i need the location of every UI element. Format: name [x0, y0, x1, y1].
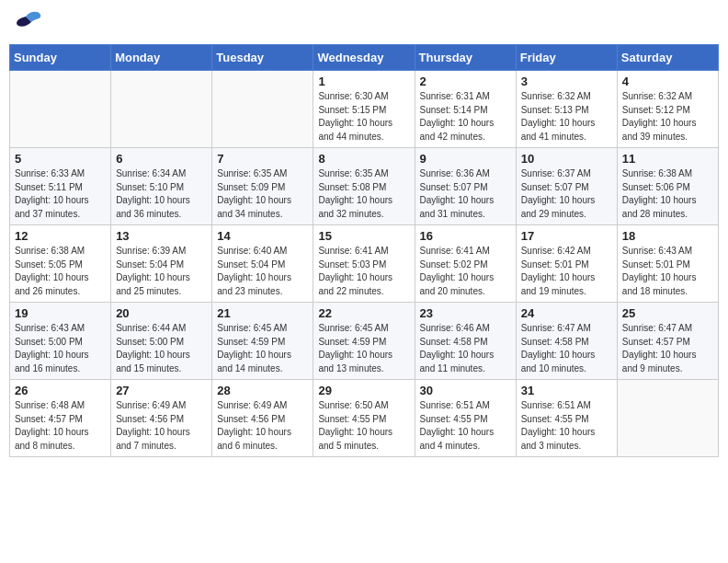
- calendar-cell: 7Sunrise: 6:35 AM Sunset: 5:09 PM Daylig…: [212, 148, 313, 225]
- calendar-cell: 27Sunrise: 6:49 AM Sunset: 4:56 PM Dayli…: [111, 380, 212, 457]
- weekday-header-tuesday: Tuesday: [212, 45, 313, 71]
- calendar-cell: [617, 380, 718, 457]
- day-info: Sunrise: 6:47 AM Sunset: 4:57 PM Dayligh…: [622, 322, 713, 375]
- calendar-cell: 20Sunrise: 6:44 AM Sunset: 5:00 PM Dayli…: [111, 303, 212, 380]
- calendar-cell: 4Sunrise: 6:32 AM Sunset: 5:12 PM Daylig…: [617, 71, 718, 148]
- calendar-cell: 12Sunrise: 6:38 AM Sunset: 5:05 PM Dayli…: [10, 225, 111, 303]
- calendar-cell: 24Sunrise: 6:47 AM Sunset: 4:58 PM Dayli…: [516, 303, 617, 380]
- calendar-cell: 8Sunrise: 6:35 AM Sunset: 5:08 PM Daylig…: [313, 148, 415, 225]
- day-info: Sunrise: 6:37 AM Sunset: 5:07 PM Dayligh…: [521, 167, 612, 221]
- calendar-cell: 11Sunrise: 6:38 AM Sunset: 5:06 PM Dayli…: [617, 148, 718, 225]
- day-info: Sunrise: 6:43 AM Sunset: 5:00 PM Dayligh…: [15, 322, 106, 375]
- day-info: Sunrise: 6:42 AM Sunset: 5:01 PM Dayligh…: [521, 245, 612, 298]
- day-info: Sunrise: 6:48 AM Sunset: 4:57 PM Dayligh…: [15, 399, 106, 453]
- day-number: 3: [521, 75, 612, 88]
- day-info: Sunrise: 6:47 AM Sunset: 4:58 PM Dayligh…: [521, 322, 612, 375]
- day-number: 18: [622, 229, 713, 243]
- day-number: 15: [318, 229, 409, 243]
- calendar-cell: [212, 71, 313, 148]
- calendar-cell: 1Sunrise: 6:30 AM Sunset: 5:15 PM Daylig…: [313, 71, 415, 148]
- day-number: 25: [622, 306, 713, 320]
- calendar-cell: 16Sunrise: 6:41 AM Sunset: 5:02 PM Dayli…: [415, 225, 516, 303]
- day-info: Sunrise: 6:45 AM Sunset: 4:59 PM Dayligh…: [217, 322, 308, 375]
- calendar-table: SundayMondayTuesdayWednesdayThursdayFrid…: [9, 44, 719, 457]
- calendar-cell: 15Sunrise: 6:41 AM Sunset: 5:03 PM Dayli…: [313, 225, 415, 303]
- day-number: 20: [116, 306, 207, 320]
- day-number: 28: [217, 384, 308, 397]
- day-number: 30: [420, 384, 511, 397]
- calendar-cell: 14Sunrise: 6:40 AM Sunset: 5:04 PM Dayli…: [212, 225, 313, 303]
- day-number: 19: [15, 306, 106, 320]
- day-number: 14: [217, 229, 308, 243]
- day-info: Sunrise: 6:35 AM Sunset: 5:09 PM Dayligh…: [217, 167, 308, 221]
- day-number: 6: [116, 152, 207, 166]
- day-info: Sunrise: 6:30 AM Sunset: 5:15 PM Dayligh…: [318, 90, 409, 144]
- day-info: Sunrise: 6:38 AM Sunset: 5:05 PM Dayligh…: [15, 245, 106, 298]
- day-number: 24: [521, 306, 612, 320]
- week-row-2: 5Sunrise: 6:33 AM Sunset: 5:11 PM Daylig…: [10, 148, 719, 225]
- day-info: Sunrise: 6:38 AM Sunset: 5:06 PM Dayligh…: [622, 167, 713, 221]
- logo: [9, 9, 46, 37]
- day-info: Sunrise: 6:45 AM Sunset: 4:59 PM Dayligh…: [318, 322, 409, 375]
- day-number: 11: [622, 152, 713, 166]
- calendar-cell: 13Sunrise: 6:39 AM Sunset: 5:04 PM Dayli…: [111, 225, 212, 303]
- day-number: 26: [15, 384, 106, 397]
- calendar-cell: [111, 71, 212, 148]
- bird-icon: [9, 9, 42, 37]
- calendar-cell: 18Sunrise: 6:43 AM Sunset: 5:01 PM Dayli…: [617, 225, 718, 303]
- page-header: [9, 9, 719, 37]
- day-number: 5: [15, 152, 106, 166]
- day-info: Sunrise: 6:41 AM Sunset: 5:02 PM Dayligh…: [420, 245, 511, 298]
- weekday-header-monday: Monday: [111, 45, 212, 71]
- week-row-3: 12Sunrise: 6:38 AM Sunset: 5:05 PM Dayli…: [10, 225, 719, 303]
- calendar-cell: 22Sunrise: 6:45 AM Sunset: 4:59 PM Dayli…: [313, 303, 415, 380]
- day-info: Sunrise: 6:34 AM Sunset: 5:10 PM Dayligh…: [116, 167, 207, 221]
- calendar-cell: 21Sunrise: 6:45 AM Sunset: 4:59 PM Dayli…: [212, 303, 313, 380]
- calendar-cell: 5Sunrise: 6:33 AM Sunset: 5:11 PM Daylig…: [10, 148, 111, 225]
- day-number: 22: [318, 306, 409, 320]
- calendar-cell: 30Sunrise: 6:51 AM Sunset: 4:55 PM Dayli…: [415, 380, 516, 457]
- day-number: 21: [217, 306, 308, 320]
- weekday-header-saturday: Saturday: [617, 45, 718, 71]
- day-info: Sunrise: 6:31 AM Sunset: 5:14 PM Dayligh…: [420, 90, 511, 144]
- day-info: Sunrise: 6:49 AM Sunset: 4:56 PM Dayligh…: [217, 399, 308, 453]
- calendar-cell: 9Sunrise: 6:36 AM Sunset: 5:07 PM Daylig…: [415, 148, 516, 225]
- calendar-cell: 3Sunrise: 6:32 AM Sunset: 5:13 PM Daylig…: [516, 71, 617, 148]
- calendar-cell: 17Sunrise: 6:42 AM Sunset: 5:01 PM Dayli…: [516, 225, 617, 303]
- day-info: Sunrise: 6:39 AM Sunset: 5:04 PM Dayligh…: [116, 245, 207, 298]
- day-number: 10: [521, 152, 612, 166]
- weekday-header-friday: Friday: [516, 45, 617, 71]
- weekday-header-thursday: Thursday: [415, 45, 516, 71]
- day-number: 16: [420, 229, 511, 243]
- day-info: Sunrise: 6:43 AM Sunset: 5:01 PM Dayligh…: [622, 245, 713, 298]
- day-number: 27: [116, 384, 207, 397]
- day-info: Sunrise: 6:51 AM Sunset: 4:55 PM Dayligh…: [420, 399, 511, 453]
- week-row-5: 26Sunrise: 6:48 AM Sunset: 4:57 PM Dayli…: [10, 380, 719, 457]
- logo-icon: [9, 9, 42, 37]
- calendar-cell: 31Sunrise: 6:51 AM Sunset: 4:55 PM Dayli…: [516, 380, 617, 457]
- day-number: 31: [521, 384, 612, 397]
- calendar-cell: [10, 71, 111, 148]
- day-number: 1: [318, 75, 409, 88]
- day-info: Sunrise: 6:49 AM Sunset: 4:56 PM Dayligh…: [116, 399, 207, 453]
- day-number: 29: [318, 384, 409, 397]
- day-number: 12: [15, 229, 106, 243]
- calendar-cell: 25Sunrise: 6:47 AM Sunset: 4:57 PM Dayli…: [617, 303, 718, 380]
- day-info: Sunrise: 6:46 AM Sunset: 4:58 PM Dayligh…: [420, 322, 511, 375]
- day-number: 2: [420, 75, 511, 88]
- calendar-cell: 28Sunrise: 6:49 AM Sunset: 4:56 PM Dayli…: [212, 380, 313, 457]
- day-number: 23: [420, 306, 511, 320]
- calendar-cell: 29Sunrise: 6:50 AM Sunset: 4:55 PM Dayli…: [313, 380, 415, 457]
- calendar-cell: 10Sunrise: 6:37 AM Sunset: 5:07 PM Dayli…: [516, 148, 617, 225]
- weekday-header-row: SundayMondayTuesdayWednesdayThursdayFrid…: [10, 45, 719, 71]
- calendar-cell: 23Sunrise: 6:46 AM Sunset: 4:58 PM Dayli…: [415, 303, 516, 380]
- calendar-cell: 6Sunrise: 6:34 AM Sunset: 5:10 PM Daylig…: [111, 148, 212, 225]
- day-info: Sunrise: 6:50 AM Sunset: 4:55 PM Dayligh…: [318, 399, 409, 453]
- day-info: Sunrise: 6:41 AM Sunset: 5:03 PM Dayligh…: [318, 245, 409, 298]
- day-number: 9: [420, 152, 511, 166]
- calendar-cell: 26Sunrise: 6:48 AM Sunset: 4:57 PM Dayli…: [10, 380, 111, 457]
- day-number: 8: [318, 152, 409, 166]
- day-info: Sunrise: 6:33 AM Sunset: 5:11 PM Dayligh…: [15, 167, 106, 221]
- day-number: 7: [217, 152, 308, 166]
- weekday-header-sunday: Sunday: [10, 45, 111, 71]
